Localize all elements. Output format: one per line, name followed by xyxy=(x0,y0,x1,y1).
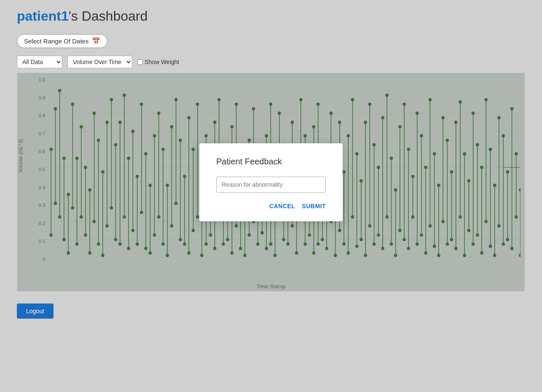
show-weight-label[interactable]: Show Weight xyxy=(137,59,179,65)
patient-name: patient1 xyxy=(17,8,69,24)
date-range-label: Select Range Of Dates xyxy=(24,38,89,45)
cancel-button[interactable]: CANCEL xyxy=(269,203,295,209)
show-weight-text: Show Weight xyxy=(145,59,179,65)
modal-overlay: Patient Feedback CANCEL SUBMIT xyxy=(17,73,525,291)
modal-title: Patient Feedback xyxy=(216,157,326,166)
chart-type-select[interactable]: Volume Over Time Weight Over Time xyxy=(67,56,132,68)
page-title-suffix: 's Dashboard xyxy=(69,8,148,24)
abnormality-reason-input[interactable] xyxy=(216,177,326,193)
logout-button[interactable]: Logout xyxy=(17,303,54,319)
page-wrapper: patient1's Dashboard Select Range Of Dat… xyxy=(0,0,542,392)
page-title: patient1's Dashboard xyxy=(17,8,525,24)
patient-feedback-modal: Patient Feedback CANCEL SUBMIT xyxy=(199,143,343,221)
controls-row: All Data Last Week Last Month Last Year … xyxy=(17,56,525,68)
calendar-icon: 📅 xyxy=(92,37,100,45)
modal-actions: CANCEL SUBMIT xyxy=(216,203,326,209)
chart-area: Volume (mL^3) 1.0 0.9 0.8 0.7 0.6 0.5 0.… xyxy=(17,72,525,292)
show-weight-checkbox[interactable] xyxy=(137,59,143,65)
submit-button[interactable]: SUBMIT xyxy=(302,203,326,209)
date-range-button[interactable]: Select Range Of Dates 📅 xyxy=(17,34,107,48)
data-filter-select[interactable]: All Data Last Week Last Month Last Year xyxy=(17,56,62,68)
